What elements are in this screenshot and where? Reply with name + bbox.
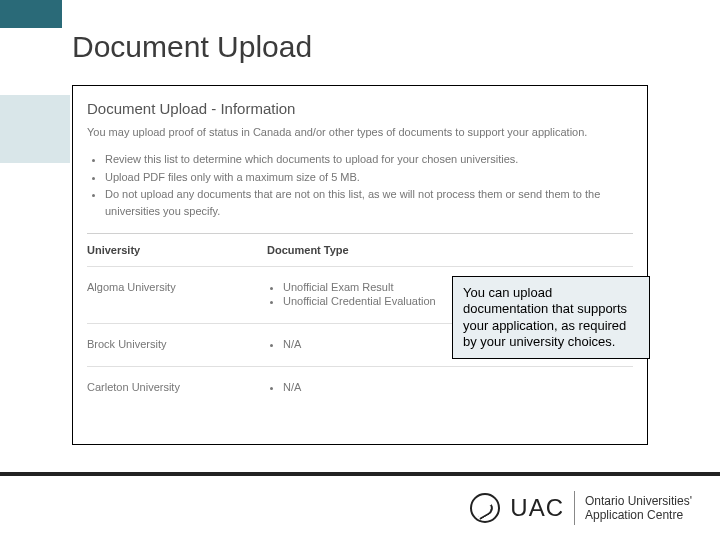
slide-title: Document Upload: [72, 30, 312, 64]
table-row: Carleton University N/A: [87, 367, 633, 409]
brand-subtitle: Ontario Universities' Application Centre: [585, 494, 692, 523]
panel-heading: Document Upload - Information: [87, 100, 633, 117]
instruction-item: Review this list to determine which docu…: [105, 151, 633, 168]
cell-university: Algoma University: [87, 281, 267, 293]
instruction-item: Upload PDF files only with a maximum siz…: [105, 169, 633, 186]
cell-doctype: N/A: [267, 381, 633, 395]
accent-top: [0, 0, 62, 28]
cell-university: Brock University: [87, 338, 267, 350]
doc-item: N/A: [283, 381, 633, 393]
brand-acronym: UAC: [510, 494, 564, 522]
accent-left: [0, 95, 70, 163]
brand-logo: UAC Ontario Universities' Application Ce…: [470, 491, 692, 525]
instruction-item: Do not upload any documents that are not…: [105, 186, 633, 219]
col-header-doctype: Document Type: [267, 244, 633, 256]
cell-university: Carleton University: [87, 381, 267, 393]
upload-panel: Document Upload - Information You may up…: [72, 85, 648, 445]
footer: UAC Ontario Universities' Application Ce…: [0, 472, 720, 540]
instruction-list: Review this list to determine which docu…: [105, 151, 633, 219]
col-header-university: University: [87, 244, 267, 256]
brand-sub-line2: Application Centre: [585, 508, 683, 522]
panel-intro: You may upload proof of status in Canada…: [87, 125, 633, 139]
leaf-circle-icon: [470, 493, 500, 523]
table-header-row: University Document Type: [87, 234, 633, 267]
logo-divider: [574, 491, 575, 525]
callout-box: You can upload documentation that suppor…: [452, 276, 650, 359]
brand-sub-line1: Ontario Universities': [585, 494, 692, 508]
